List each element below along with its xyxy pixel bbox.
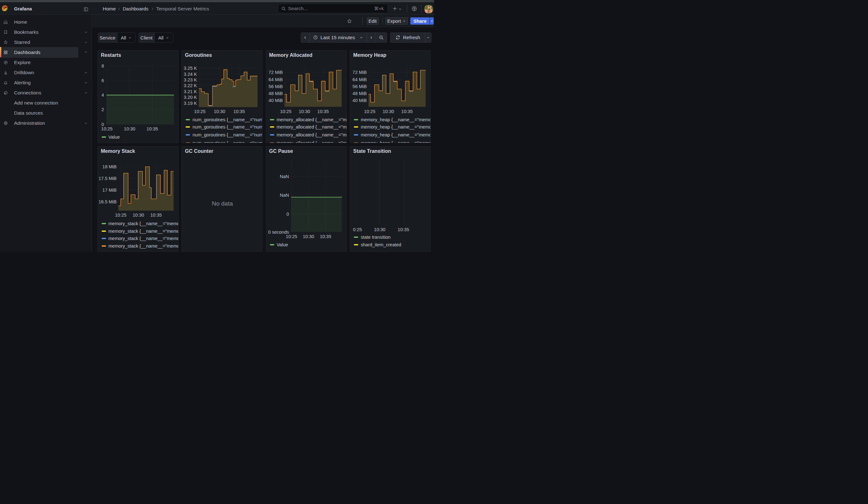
svg-text:10:30: 10:30: [124, 126, 135, 131]
svg-text:10:25: 10:25: [280, 109, 291, 114]
svg-text:NaN: NaN: [280, 174, 289, 179]
svg-text:64 MiB: 64 MiB: [353, 77, 367, 82]
svg-text:10:30: 10:30: [383, 109, 394, 114]
svg-text:3.23 K: 3.23 K: [184, 77, 197, 82]
svg-text:2: 2: [101, 107, 104, 112]
svg-text:10:30: 10:30: [299, 109, 310, 114]
svg-text:10:30: 10:30: [303, 234, 314, 239]
svg-text:3.25 K: 3.25 K: [184, 66, 197, 71]
svg-text:10:25: 10:25: [286, 234, 297, 239]
svg-text:10:35: 10:35: [317, 109, 329, 114]
svg-text:10:30: 10:30: [374, 227, 385, 232]
svg-text:8: 8: [101, 63, 104, 68]
svg-text:10:35: 10:35: [146, 126, 158, 131]
svg-text:10:25: 10:25: [194, 109, 206, 114]
svg-text:18 MiB: 18 MiB: [102, 164, 116, 169]
svg-text:17.5 MiB: 17.5 MiB: [99, 176, 116, 181]
svg-text:48 MiB: 48 MiB: [353, 91, 367, 96]
svg-text:10:30: 10:30: [214, 109, 225, 114]
svg-text:10:30: 10:30: [133, 213, 144, 218]
svg-text:72 MiB: 72 MiB: [268, 70, 282, 75]
svg-text:6: 6: [101, 78, 104, 83]
svg-text:64 MiB: 64 MiB: [268, 77, 282, 82]
svg-text:0: 0: [286, 211, 289, 216]
svg-text:10:25: 10:25: [115, 213, 126, 218]
svg-text:17 MiB: 17 MiB: [102, 187, 116, 192]
svg-text:10:25: 10:25: [364, 109, 375, 114]
svg-text:3.19 K: 3.19 K: [184, 101, 197, 105]
svg-text:10:35: 10:35: [320, 234, 331, 239]
svg-text:10:35: 10:35: [233, 109, 245, 114]
svg-text:16.5 MiB: 16.5 MiB: [99, 199, 116, 204]
svg-text:NaN: NaN: [280, 192, 289, 197]
svg-text:40 MiB: 40 MiB: [353, 98, 367, 103]
svg-text:10:25: 10:25: [350, 227, 362, 232]
svg-text:56 MiB: 56 MiB: [353, 84, 367, 89]
svg-text:3.21 K: 3.21 K: [184, 89, 197, 94]
svg-text:10:25: 10:25: [101, 126, 112, 131]
svg-text:40 MiB: 40 MiB: [268, 98, 282, 103]
svg-text:10:35: 10:35: [150, 213, 162, 218]
svg-text:10:35: 10:35: [398, 227, 409, 232]
svg-text:3.22 K: 3.22 K: [184, 83, 197, 88]
svg-text:48 MiB: 48 MiB: [268, 91, 282, 96]
svg-text:56 MiB: 56 MiB: [268, 84, 282, 89]
svg-text:4: 4: [101, 93, 104, 97]
svg-text:10:35: 10:35: [401, 109, 413, 114]
svg-text:3.24 K: 3.24 K: [184, 71, 197, 76]
svg-text:3.20 K: 3.20 K: [184, 95, 197, 100]
svg-text:72 MiB: 72 MiB: [353, 70, 367, 75]
